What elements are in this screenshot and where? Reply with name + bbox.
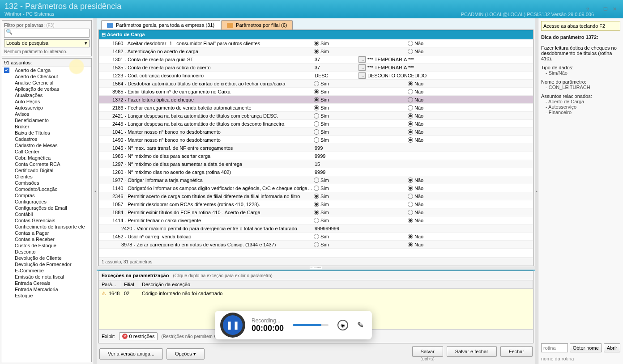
param-row[interactable]: 2445 - Lançar despesa na baixa automátic…	[99, 120, 533, 128]
radio-nao[interactable]: Não	[408, 121, 423, 127]
search-locations-dropdown[interactable]: Locais de pesquisa	[4, 39, 90, 47]
radio-nao[interactable]: Não	[408, 218, 423, 223]
volume-slider[interactable]	[293, 324, 329, 326]
radio-nao[interactable]: Não	[408, 234, 423, 239]
param-row[interactable]: 2420 - Valor máximo permitido para diver…	[99, 224, 533, 233]
param-value[interactable]: 15	[314, 161, 358, 167]
tab-general-params[interactable]: Parâmetros gerais, para toda a empresa (…	[101, 20, 220, 30]
param-row[interactable]: 1140 - Obrigatório informar os campos dí…	[99, 184, 533, 192]
radio-sim[interactable]: Sim	[314, 210, 329, 215]
radio-sim[interactable]: Sim	[314, 178, 329, 183]
lookup-button[interactable]: ...	[358, 64, 366, 71]
subject-item[interactable]: Comodato/Locação	[2, 186, 91, 192]
subject-item[interactable]: Entrada Mercadoria	[2, 286, 91, 292]
param-value[interactable]: 999	[314, 145, 358, 151]
subject-item[interactable]: Avisos	[2, 111, 91, 117]
subject-item[interactable]: Cadastros	[2, 136, 91, 142]
subject-item[interactable]: Comissões	[2, 180, 91, 186]
radio-sim[interactable]: Sim	[314, 121, 329, 127]
subject-item[interactable]: Conta Corrente RCA	[2, 161, 91, 167]
param-row[interactable]: 1057 - Permitir desdobrar com RCAs difer…	[99, 200, 533, 208]
param-value[interactable]: DESC	[314, 73, 358, 78]
radio-sim[interactable]: Sim	[314, 234, 329, 239]
subject-item[interactable]: Aplicação de verbas	[2, 86, 91, 92]
radio-nao[interactable]: Não	[408, 186, 423, 191]
radio-nao[interactable]: Não	[408, 89, 423, 94]
subject-item[interactable]: Conhecimento de transporte ele	[2, 224, 91, 230]
param-row[interactable]: 1045 - Nº max. para transf. de NF entre …	[99, 144, 533, 152]
param-group-header[interactable]: Acerto de Carga	[99, 30, 533, 39]
param-row[interactable]: 3985 - Exibir títulos com nº de carregam…	[99, 88, 533, 96]
salvar-fechar-button[interactable]: Salvar e fechar	[447, 346, 497, 357]
radio-nao[interactable]: Não	[408, 242, 423, 247]
subject-item[interactable]: Beneficiamento	[2, 117, 91, 123]
subject-item[interactable]: E-Commerce	[2, 267, 91, 274]
subject-item[interactable]: Auto Peças	[2, 98, 91, 105]
param-value[interactable]: 37	[314, 65, 358, 70]
radio-nao[interactable]: Não	[408, 137, 423, 143]
col-filial[interactable]: Filial	[121, 280, 139, 288]
subject-item[interactable]: Configurações	[2, 199, 91, 205]
params-grid[interactable]: 1560 - Aceitar desdobrar "1 - consumidor…	[99, 39, 533, 258]
param-value[interactable]: 37	[314, 57, 358, 62]
subject-item[interactable]: Analise Gerencial	[2, 80, 91, 86]
param-row[interactable]: 1301 - Conta de receita para guia ST37..…	[99, 55, 533, 63]
param-row[interactable]: 1297 - Nº máximo de dias para aumentar a…	[99, 160, 533, 168]
edit-icon[interactable]: ✎	[357, 320, 364, 330]
radio-nao[interactable]: Não	[408, 81, 423, 86]
param-row[interactable]: 1535 - Conta de receita para sobra do ac…	[99, 63, 533, 72]
radio-nao[interactable]: Não	[408, 113, 423, 119]
subject-item[interactable]: Autosserviço	[2, 105, 91, 111]
subject-item[interactable]: Compras	[2, 192, 91, 199]
subject-item[interactable]: Acerto de Checkout	[2, 73, 91, 80]
record-icon[interactable]: ◉	[337, 320, 348, 330]
obter-nome-button[interactable]: Obter nome	[570, 343, 602, 352]
close-icon[interactable]: ✕	[610, 6, 619, 13]
subject-item[interactable]: Contábil	[2, 211, 91, 217]
param-row[interactable]: 2346 - Permitir acerto de carga com títu…	[99, 192, 533, 200]
col-param[interactable]: Parâ...	[99, 280, 121, 288]
subject-item[interactable]: Contas Gerenciais	[2, 217, 91, 224]
tab-filial-params[interactable]: Parâmetros por filial (6)	[221, 20, 293, 30]
param-row[interactable]: 3978 - Zerar carregamento em notas de ve…	[99, 241, 533, 249]
subject-item[interactable]: Devolução de Fornecedor	[2, 261, 91, 267]
subject-item[interactable]: Estoque	[2, 292, 91, 299]
radio-sim[interactable]: Sim	[314, 97, 329, 102]
fechar-button[interactable]: Fechar	[500, 346, 533, 357]
subject-item[interactable]: Devolução de Cliente	[2, 255, 91, 261]
radio-nao[interactable]: Não	[408, 202, 423, 207]
salvar-button[interactable]: Salvar	[412, 346, 443, 357]
radio-nao[interactable]: Não	[408, 41, 423, 46]
radio-sim[interactable]: Sim	[314, 129, 329, 135]
subject-item[interactable]: Baixa de Títulos	[2, 130, 91, 136]
radio-nao[interactable]: Não	[408, 105, 423, 110]
param-value[interactable]: 9999	[314, 153, 358, 159]
radio-nao[interactable]: Não	[408, 178, 423, 183]
subject-item[interactable]: Contas a Pagar	[2, 230, 91, 236]
pause-recording-button[interactable]: ❚❚	[223, 315, 243, 335]
param-row[interactable]: 1490 - Manter nosso nº banco no desdobra…	[99, 136, 533, 144]
param-value[interactable]: 999999999	[314, 226, 358, 231]
rotina-input[interactable]	[541, 343, 568, 352]
param-row[interactable]: 1260 - Nº máximo dias no acerto de carga…	[99, 168, 533, 176]
abrir-button[interactable]: Abrir	[604, 343, 620, 352]
subject-item[interactable]: Clientes	[2, 174, 91, 180]
lookup-button[interactable]: ...	[358, 72, 366, 79]
param-row[interactable]: 1223 - Cód. cobrança desconto financeiro…	[99, 72, 533, 80]
radio-nao[interactable]: Não	[408, 194, 423, 199]
radio-sim[interactable]: Sim	[314, 49, 329, 54]
subject-item[interactable]: Atualizações	[2, 92, 91, 98]
horizontal-splitter[interactable]	[97, 266, 535, 271]
param-row[interactable]: 1414 - Permitir fechar o caixa divergent…	[99, 216, 533, 224]
param-row[interactable]: 2186 - Fechar carregamento de venda balc…	[99, 104, 533, 112]
maximize-icon[interactable]: ☐	[602, 6, 610, 13]
radio-sim[interactable]: Sim	[314, 186, 329, 191]
ver-versao-antiga-button[interactable]: Ver a versão antiga...	[99, 348, 163, 360]
param-row[interactable]: 1985 - Nº máximo de dias para acertar ca…	[99, 152, 533, 160]
subject-item[interactable]: Cadastro de Mesas	[2, 142, 91, 148]
radio-sim[interactable]: Sim	[314, 242, 329, 247]
param-row[interactable]: 1041 - Manter nosso nº banco no desdobra…	[99, 128, 533, 136]
param-row[interactable]: 1884 - Permitir exibir títulos do ECF na…	[99, 208, 533, 216]
subject-item[interactable]: Entrada Cereais	[2, 280, 91, 286]
radio-nao[interactable]: Não	[408, 49, 423, 54]
